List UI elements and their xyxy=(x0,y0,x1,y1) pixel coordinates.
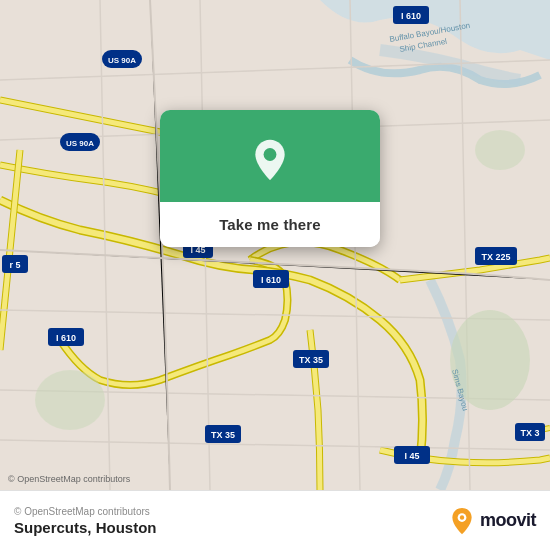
svg-text:TX 35: TX 35 xyxy=(211,430,235,440)
svg-text:© OpenStreetMap contributors: © OpenStreetMap contributors xyxy=(8,474,131,484)
moovit-pin-icon xyxy=(448,507,476,535)
svg-text:I 610: I 610 xyxy=(401,11,421,21)
svg-text:I 610: I 610 xyxy=(56,333,76,343)
map-attribution: © OpenStreetMap contributors xyxy=(14,506,157,517)
popup-card: Take me there xyxy=(160,110,380,247)
location-pin-icon xyxy=(248,138,292,182)
svg-text:r 5: r 5 xyxy=(9,260,20,270)
map-container: I 610 US 90A US 90A I 45 r 5 I 610 I 610… xyxy=(0,0,550,490)
svg-text:TX 225: TX 225 xyxy=(481,252,510,262)
svg-text:I 45: I 45 xyxy=(404,451,419,461)
svg-text:TX 3: TX 3 xyxy=(520,428,539,438)
moovit-label: moovit xyxy=(480,510,536,531)
svg-text:I 610: I 610 xyxy=(261,275,281,285)
location-name: Supercuts, Houston xyxy=(14,519,157,536)
svg-point-43 xyxy=(460,515,464,519)
popup-green-header xyxy=(160,110,380,202)
moovit-logo: moovit xyxy=(448,507,536,535)
svg-point-11 xyxy=(35,370,105,430)
svg-point-41 xyxy=(264,148,277,161)
bottom-bar: © OpenStreetMap contributors Supercuts, … xyxy=(0,490,550,550)
bottom-left-info: © OpenStreetMap contributors Supercuts, … xyxy=(14,506,157,536)
svg-text:US 90A: US 90A xyxy=(66,139,94,148)
take-me-there-button[interactable]: Take me there xyxy=(160,202,380,247)
svg-text:TX 35: TX 35 xyxy=(299,355,323,365)
svg-text:US 90A: US 90A xyxy=(108,56,136,65)
svg-point-12 xyxy=(475,130,525,170)
